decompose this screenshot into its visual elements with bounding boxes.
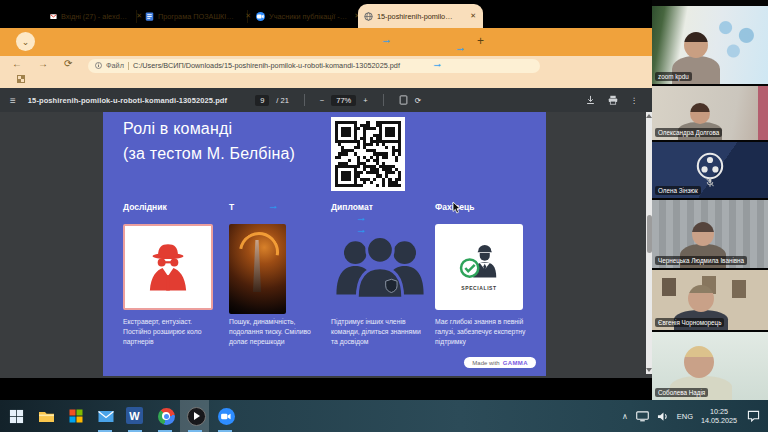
mic-muted-icon: [705, 174, 716, 192]
avatar: [688, 285, 714, 312]
file-explorer-button[interactable]: [36, 406, 56, 426]
mouse-cursor: [452, 201, 461, 214]
pdf-zoom-level[interactable]: 77%: [331, 95, 356, 106]
notification-icon[interactable]: [747, 410, 760, 422]
folder-icon: [38, 409, 55, 424]
print-icon[interactable]: [608, 95, 618, 105]
store-button[interactable]: [66, 406, 86, 426]
slide: Ролі в команді (за тестом М. Белбіна) До…: [103, 112, 546, 376]
zoom-camera-icon: [256, 12, 265, 21]
tab-gmail[interactable]: Вхідні (27) - alexdolgova@g ✕: [44, 4, 149, 28]
address-bar[interactable]: Файл C:/Users/ВСИП/Downloads/15-poshiren…: [88, 59, 540, 73]
participant-name: Олена Зінзюк: [655, 186, 701, 195]
zoom-participants-sidebar: zoom kpdu Олександра Долгова Олена Зінзю…: [652, 0, 768, 400]
forward-icon[interactable]: →: [38, 58, 48, 69]
participant-name: Чернецька Людмила Іванівна: [655, 256, 747, 265]
start-button[interactable]: [6, 406, 26, 426]
tab-title: Учасники публікації - Zoom: [269, 12, 347, 21]
tab-zoom[interactable]: Учасники публікації - Zoom ✕: [250, 4, 367, 28]
toolbar-divider: [383, 94, 384, 106]
mail-icon: [98, 410, 114, 423]
word-button[interactable]: W: [126, 407, 143, 424]
play-icon: [187, 407, 206, 426]
chrome-button[interactable]: [156, 406, 176, 426]
avatar: [690, 103, 710, 124]
browser-tab-strip: [0, 28, 652, 56]
tab-separator: [247, 10, 248, 23]
researcher-description: Екстраверт, ентузіаст. Постійно розширює…: [123, 317, 215, 347]
chrome-icon: [158, 408, 175, 425]
spy-icon: [139, 238, 197, 296]
t-description: Пошук, динамічність, подолання тиску. См…: [229, 317, 325, 347]
participant-name: Олександра Долгова: [655, 128, 722, 137]
system-tray: ∧ ENG 10:25 14.05.2025: [622, 400, 768, 432]
zoom-in-icon[interactable]: +: [363, 96, 367, 105]
gmail-icon: [50, 12, 57, 21]
chevron-circle-button[interactable]: ⌄: [16, 32, 35, 51]
annotation-arrow-icon: →: [432, 57, 443, 69]
zoom-out-icon[interactable]: −: [320, 96, 324, 105]
participant-name: Євгенія Чорноморець: [655, 318, 724, 327]
back-icon[interactable]: ←: [12, 58, 22, 69]
avatar: [684, 346, 714, 378]
made-with-badge[interactable]: Made with GAMMA: [464, 357, 536, 368]
participant-tile[interactable]: zoom kpdu: [652, 6, 768, 84]
slide-title-line2: (за тестом М. Белбіна): [123, 145, 295, 163]
info-icon: [95, 62, 102, 69]
apps-grid-icon[interactable]: [17, 75, 25, 83]
tab-title: 15-poshirenih-pomilok-u-rob: [377, 12, 455, 21]
more-options-icon[interactable]: ⋮: [631, 96, 639, 105]
dragon-image: [229, 224, 286, 314]
tab-pdf-active[interactable]: 15-poshirenih-pomilok-u-rob ✕: [358, 4, 483, 28]
new-tab-button[interactable]: +: [477, 34, 484, 48]
tab-program[interactable]: Програма ПОЗАШКІЛЛЯ - FІ ✕: [139, 4, 258, 28]
rotate-icon[interactable]: ⟳: [415, 96, 421, 105]
annotation-arrow-icon: →: [356, 223, 367, 235]
tab-separator: [136, 10, 137, 23]
date: 14.05.2025: [701, 416, 737, 425]
clock[interactable]: 10:25 14.05.2025: [701, 407, 737, 426]
reload-icon[interactable]: ⟳: [64, 58, 72, 69]
avatar: [684, 32, 708, 58]
participant-tile[interactable]: Євгенія Чорноморець: [652, 270, 768, 330]
pdf-page-input[interactable]: 9: [255, 95, 269, 106]
speaker-icon[interactable]: [657, 411, 669, 422]
participant-tile[interactable]: Олена Зінзюк: [652, 142, 768, 198]
column-header-t: Т: [229, 202, 234, 212]
windows-icon: [9, 409, 24, 424]
download-icon[interactable]: [586, 95, 595, 105]
participant-name: Соболева Надія: [655, 388, 708, 397]
close-icon[interactable]: ✕: [469, 12, 477, 20]
media-player-button[interactable]: [186, 406, 206, 426]
language-indicator[interactable]: ENG: [677, 412, 693, 421]
globe-icon: [364, 12, 373, 21]
slide-title-line1: Ролі в команді: [123, 120, 232, 138]
zoom-app-button[interactable]: [216, 406, 236, 426]
fit-page-icon[interactable]: [399, 95, 408, 105]
annotation-arrow-icon: →: [356, 211, 367, 223]
badge-text: Made with: [472, 360, 499, 366]
participant-tile[interactable]: Олександра Долгова: [652, 86, 768, 140]
address-scheme-label: Файл: [106, 61, 124, 70]
specialist-description: Має глибокі знання в певній галузі, забе…: [435, 317, 527, 347]
specialist-card-label: SPECIALIST: [461, 285, 496, 291]
chevron-down-icon: ⌄: [22, 37, 30, 47]
annotation-arrow-icon: →: [381, 33, 392, 45]
qr-code-card: [331, 117, 405, 191]
annotation-arrow-icon: →: [268, 199, 279, 211]
participant-tile[interactable]: Чернецька Людмила Іванівна: [652, 200, 768, 268]
mail-button[interactable]: [96, 406, 116, 426]
participant-tile[interactable]: Соболева Надія: [652, 332, 768, 400]
qr-code: [335, 121, 401, 187]
diplomat-description: Підтримує інших членів команди, ділиться…: [331, 317, 427, 347]
tab-title: Вхідні (27) - alexdolgova@g: [61, 12, 131, 21]
tray-chevron-up-icon[interactable]: ∧: [622, 412, 628, 421]
pdf-menu-icon[interactable]: ≡: [10, 95, 16, 106]
scrollbar-thumb[interactable]: [647, 215, 652, 253]
gamma-logo: GAMMA: [503, 360, 528, 366]
display-icon[interactable]: [636, 411, 649, 422]
store-icon: [69, 409, 83, 423]
column-header-researcher: Дослідник: [123, 202, 167, 212]
toolbar-divider: [304, 94, 305, 106]
pdf-filename: 15-poshirenih-pomilok-u-roboti-komandi-1…: [28, 96, 227, 105]
